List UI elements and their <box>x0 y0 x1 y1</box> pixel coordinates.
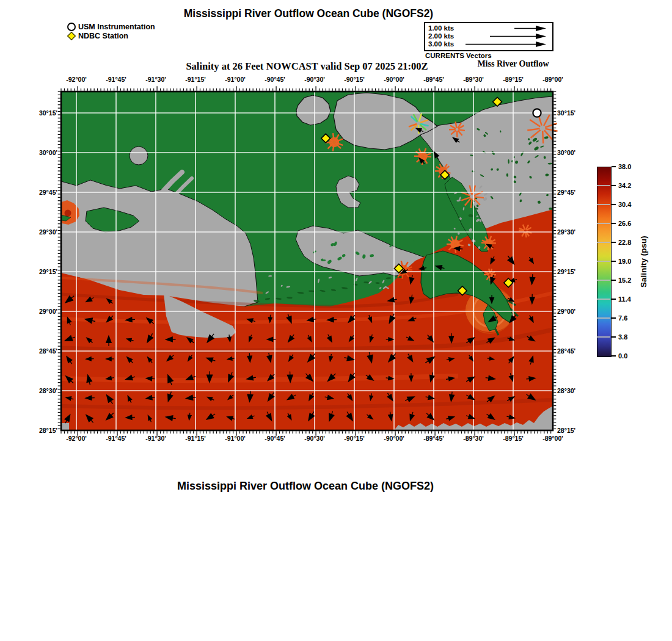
colorbar-level-line <box>597 280 610 281</box>
salinity-nowcast-figure: { "titles": { "main": "Mississippi River… <box>0 0 672 641</box>
colorbar-level-line <box>597 261 610 262</box>
colorbar-tick <box>612 355 616 357</box>
region-label: Miss River Outflow <box>470 59 556 69</box>
colorbar-tick <box>612 166 616 167</box>
usm-legend-label: USM Instrumentation <box>78 23 155 31</box>
plume-vector-ray <box>489 269 489 273</box>
station-legend: USM Instrumentation NDBC Station <box>67 22 155 40</box>
lon-axis-label-top: -90°45' <box>257 76 293 83</box>
lon-axis-label-bottom: -90°00' <box>376 435 412 442</box>
lon-axis-label-top: -89°15' <box>495 76 531 83</box>
lat-axis-label-right: 29°45' <box>557 189 591 196</box>
vector-scale-arrows <box>425 23 552 50</box>
lat-axis-label-left: 29°45' <box>23 189 57 196</box>
scale-arrow-head <box>536 26 546 31</box>
lat-axis-label-left: 28°30' <box>23 387 57 394</box>
corner-nodata-patch <box>61 423 69 430</box>
map-plot <box>53 83 561 439</box>
lat-axis-label-right: 28°45' <box>557 347 591 355</box>
plume-vector-ray <box>542 131 543 143</box>
legend-row-ndbc: NDBC Station <box>67 31 155 40</box>
legend-row-usm: USM Instrumentation <box>67 22 155 31</box>
lon-axis-label-bottom: -91°45' <box>98 435 134 442</box>
lon-axis-label-top: -89°30' <box>455 76 492 83</box>
lon-axis-label-top: -91°15' <box>177 76 214 83</box>
colorbar-level-line <box>597 204 610 205</box>
colorbar-level-line <box>597 223 610 224</box>
scale-arrow-head <box>536 42 546 47</box>
colorbar-level-line <box>597 242 610 243</box>
lon-axis-label-top: -90°30' <box>296 76 333 83</box>
lon-axis-label-bottom: -89°45' <box>415 435 452 442</box>
colorbar-tick-label: 19.0 <box>618 258 645 265</box>
colorbar-level-line <box>597 317 610 319</box>
lat-axis-label-left: 29°00' <box>23 308 57 315</box>
colorbar <box>597 167 612 357</box>
colorbar-tick-label: 11.4 <box>618 295 645 303</box>
colorbar-tick <box>612 299 616 300</box>
colorbar-tick <box>612 204 616 205</box>
lat-axis-label-left: 28°45' <box>23 347 57 355</box>
colorbar-tick <box>612 317 616 319</box>
bottom-title: Mississippi River Outflow Ocean Cube (NG… <box>0 480 611 493</box>
usm-station-marker <box>533 109 541 117</box>
map-base-layers <box>61 92 553 430</box>
colorbar-tick <box>612 223 616 224</box>
lat-axis-label-right: 30°15' <box>557 109 591 117</box>
scale-arrow-head <box>536 34 546 39</box>
colorbar-tick-label: 3.8 <box>618 333 645 341</box>
lon-axis-label-bottom: -91°30' <box>137 435 174 442</box>
colorbar-tick-label: 34.2 <box>618 182 645 189</box>
lon-axis-label-bottom: -89°30' <box>455 435 492 442</box>
lon-axis-label-top: -90°15' <box>336 76 373 83</box>
lon-axis-label-bottom: -92°00' <box>58 435 95 442</box>
lon-axis-label-bottom: -90°30' <box>296 435 333 442</box>
lon-axis-label-bottom: -89°00' <box>535 435 571 442</box>
ndbc-diamond-icon <box>67 31 76 40</box>
lat-axis-label-right: 29°00' <box>557 308 591 315</box>
lat-axis-label-right: 28°30' <box>557 387 591 394</box>
lat-axis-label-right: 29°15' <box>557 268 591 275</box>
lon-axis-label-bottom: -90°45' <box>257 435 293 442</box>
colorbar-tick-label: 26.6 <box>618 220 645 227</box>
lat-axis-label-right: 30°00' <box>557 149 591 156</box>
page-title: Mississippi River Outflow Ocean Cube (NG… <box>0 7 617 20</box>
lon-axis-label-top: -90°00' <box>376 76 412 83</box>
colorbar-tick-label: 38.0 <box>618 163 645 170</box>
lat-axis-label-left: 30°00' <box>23 149 57 156</box>
usm-circle-icon <box>67 23 76 31</box>
lat-axis-label-left: 30°15' <box>23 109 57 117</box>
plume-core <box>65 210 71 217</box>
small-lake <box>130 147 148 165</box>
lat-axis-label-right: 29°30' <box>557 228 591 236</box>
colorbar-level-line <box>597 299 610 300</box>
colorbar-level-line <box>597 185 610 186</box>
colorbar-tick-label: 7.6 <box>618 314 645 322</box>
colorbar-tick-label: 22.8 <box>618 239 645 246</box>
lon-axis-label-bottom: -91°15' <box>177 435 214 442</box>
lon-axis-label-top: -91°45' <box>98 76 134 83</box>
colorbar-tick-label: 30.4 <box>618 201 645 208</box>
lon-axis-label-top: -91°30' <box>137 76 174 83</box>
colorbar-tick-label: 15.2 <box>618 277 645 284</box>
plume-vector-ray <box>458 129 465 131</box>
ndbc-legend-label: NDBC Station <box>78 32 128 40</box>
currents-vector-legend-box: 1.00 kts 2.00 kts 3.00 kts <box>424 22 553 51</box>
colorbar-tick-label: 0.0 <box>618 352 645 360</box>
lon-axis-label-bottom: -89°15' <box>495 435 531 442</box>
lon-axis-label-top: -92°00' <box>58 76 95 83</box>
colorbar-tick <box>612 280 616 281</box>
colorbar-tick <box>612 242 616 243</box>
colorbar-tick <box>612 185 616 186</box>
lon-axis-label-bottom: -91°00' <box>217 435 254 442</box>
plume-vector-ray <box>333 133 334 140</box>
colorbar-level-line <box>597 336 610 338</box>
lat-axis-label-right: 28°15' <box>557 427 591 434</box>
colorbar-tick <box>612 336 616 338</box>
lon-axis-label-top: -89°00' <box>535 76 571 83</box>
lon-axis-label-top: -91°00' <box>217 76 254 83</box>
plume-vector-ray <box>425 156 431 157</box>
lat-axis-label-left: 29°30' <box>23 228 57 236</box>
colorbar-tick <box>612 261 616 262</box>
plume-vector-ray <box>525 232 526 237</box>
